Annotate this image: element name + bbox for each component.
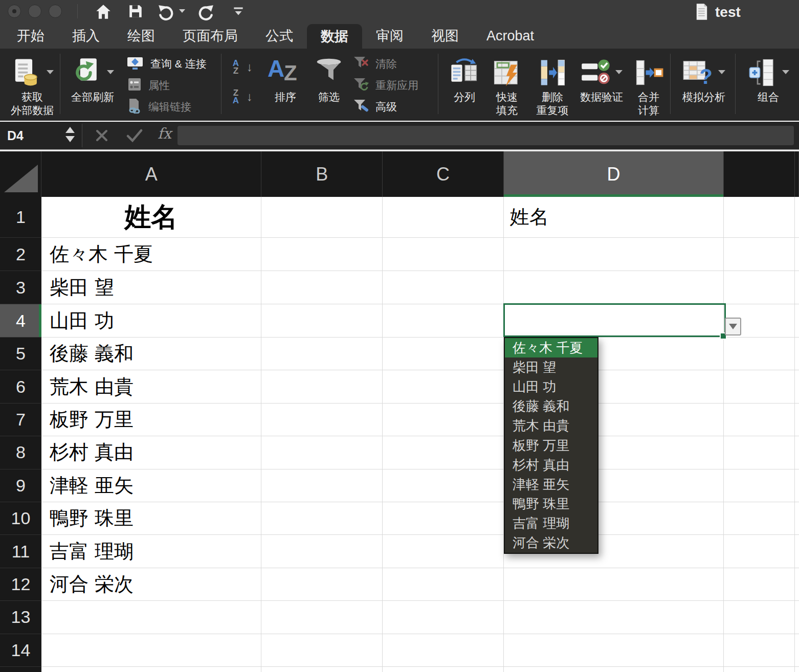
column-header-partial[interactable]: [724, 151, 795, 197]
cell-D12[interactable]: [504, 568, 724, 601]
formula-input[interactable]: [177, 126, 794, 145]
properties-button[interactable]: 属性: [127, 76, 218, 95]
data-validation-button[interactable]: 数据验证: [574, 49, 629, 121]
cell-F7[interactable]: [795, 404, 799, 436]
row-header-15-partial[interactable]: [0, 667, 41, 672]
name-box-spinner[interactable]: [64, 126, 76, 145]
cell-F14[interactable]: [795, 634, 799, 667]
data-validation-dropdown-button[interactable]: [725, 318, 741, 335]
cell-B13[interactable]: [261, 601, 383, 634]
cell-C12[interactable]: [383, 568, 504, 601]
cell-E12[interactable]: [724, 568, 795, 601]
cell-A12[interactable]: 河合 栄次: [41, 568, 261, 601]
cell-F3[interactable]: [795, 271, 799, 304]
cell-F12[interactable]: [795, 568, 799, 601]
cell-C6[interactable]: [383, 370, 504, 403]
cancel-icon[interactable]: [94, 128, 109, 145]
edit-links-button[interactable]: 编辑链接: [127, 98, 218, 116]
cell-C2[interactable]: [383, 238, 504, 271]
cell-C14[interactable]: [383, 634, 504, 667]
cell-C10[interactable]: [383, 502, 504, 535]
cell-B6[interactable]: [261, 370, 383, 403]
cell-B7[interactable]: [261, 404, 383, 436]
home-icon[interactable]: [95, 4, 112, 22]
cell-E10[interactable]: [724, 502, 795, 535]
save-icon[interactable]: [128, 4, 143, 21]
sort-button[interactable]: AZ 排序: [263, 49, 308, 121]
cell-B9[interactable]: [261, 469, 383, 502]
cell-D1[interactable]: 姓名: [504, 197, 724, 238]
name-box[interactable]: D4: [0, 122, 82, 149]
row-header-3[interactable]: 3: [0, 271, 41, 304]
redo-icon[interactable]: [197, 4, 214, 23]
advanced-filter-button[interactable]: 高级: [353, 98, 436, 116]
tab-home[interactable]: 开始: [3, 23, 58, 49]
cell-C9[interactable]: [383, 469, 504, 502]
cell-E2[interactable]: [724, 238, 795, 271]
dropdown-item-11[interactable]: 河合 栄次: [505, 533, 597, 553]
cell-B3[interactable]: [261, 271, 383, 304]
undo-dropdown-caret[interactable]: [179, 9, 185, 13]
tab-page-layout[interactable]: 页面布局: [169, 23, 252, 49]
cell-E8[interactable]: [724, 436, 795, 469]
group-button[interactable]: 组合: [743, 49, 794, 121]
column-header-C[interactable]: C: [383, 151, 504, 197]
cell-A9[interactable]: 津軽 亜矢: [41, 469, 261, 502]
flash-fill-button[interactable]: 快速 填充: [486, 49, 528, 121]
dropdown-item-2[interactable]: 柴田 望: [505, 357, 597, 377]
tab-draw[interactable]: 绘图: [114, 23, 169, 49]
cell-E5[interactable]: [724, 338, 795, 370]
cell-C1[interactable]: [383, 197, 504, 238]
text-to-columns-button[interactable]: 分列: [444, 49, 485, 121]
row-header-4[interactable]: 4: [0, 304, 41, 338]
selected-cell-D4[interactable]: [503, 303, 726, 337]
undo-icon[interactable]: [158, 4, 175, 23]
tab-insert[interactable]: 插入: [58, 23, 114, 49]
cell-E9[interactable]: [724, 469, 795, 502]
cell-F13[interactable]: [795, 601, 799, 634]
row-header-2[interactable]: 2: [0, 238, 41, 271]
cell-A8[interactable]: 杉村 真由: [41, 436, 261, 469]
sort-ascending-button[interactable]: AZ↓: [231, 56, 261, 78]
dropdown-item-10[interactable]: 吉富 理瑚: [505, 514, 597, 533]
row-header-9[interactable]: 9: [0, 469, 41, 502]
cell-B4[interactable]: [261, 304, 383, 338]
column-header-A[interactable]: A: [41, 151, 261, 197]
cell-D14[interactable]: [504, 634, 724, 667]
cell-F1[interactable]: [795, 197, 799, 238]
remove-duplicates-button[interactable]: 删除 重复项: [529, 49, 576, 121]
select-all-corner[interactable]: [0, 151, 41, 197]
cell-B10[interactable]: [261, 502, 383, 535]
cell-C8[interactable]: [383, 436, 504, 469]
cell-B8[interactable]: [261, 436, 383, 469]
cell-E6[interactable]: [724, 370, 795, 403]
tab-data[interactable]: 数据: [307, 24, 362, 49]
cell-C11[interactable]: [383, 535, 504, 568]
column-header-B[interactable]: B: [261, 151, 383, 197]
cell-C5[interactable]: [383, 338, 504, 370]
cell-A10[interactable]: 鴨野 珠里: [41, 502, 261, 535]
row-header-13[interactable]: 13: [0, 601, 41, 634]
cell-E7[interactable]: [724, 404, 795, 436]
row-header-6[interactable]: 6: [0, 370, 41, 403]
cell-A14[interactable]: [41, 634, 261, 667]
consolidate-button[interactable]: 合并 计算: [628, 49, 669, 121]
row-header-10[interactable]: 10: [0, 502, 41, 535]
fx-icon[interactable]: fx: [158, 125, 171, 142]
cell-B5[interactable]: [261, 338, 383, 370]
row-header-12[interactable]: 12: [0, 568, 41, 601]
cell-C4[interactable]: [383, 304, 504, 338]
cell-F6[interactable]: [795, 370, 799, 403]
column-header-D[interactable]: D: [504, 151, 724, 197]
row-header-8[interactable]: 8: [0, 436, 41, 469]
dropdown-item-1[interactable]: 佐々木 千夏: [505, 338, 597, 357]
cell-A13[interactable]: [41, 601, 261, 634]
tab-formulas[interactable]: 公式: [252, 23, 307, 49]
cell-B11[interactable]: [261, 535, 383, 568]
cell-F8[interactable]: [795, 436, 799, 469]
dropdown-item-5[interactable]: 荒木 由貴: [505, 416, 597, 436]
cell-D13[interactable]: [504, 601, 724, 634]
dropdown-item-3[interactable]: 山田 功: [505, 377, 597, 396]
queries-connections-button[interactable]: 查询 & 连接: [127, 55, 218, 73]
row-header-1[interactable]: 1: [0, 197, 41, 238]
